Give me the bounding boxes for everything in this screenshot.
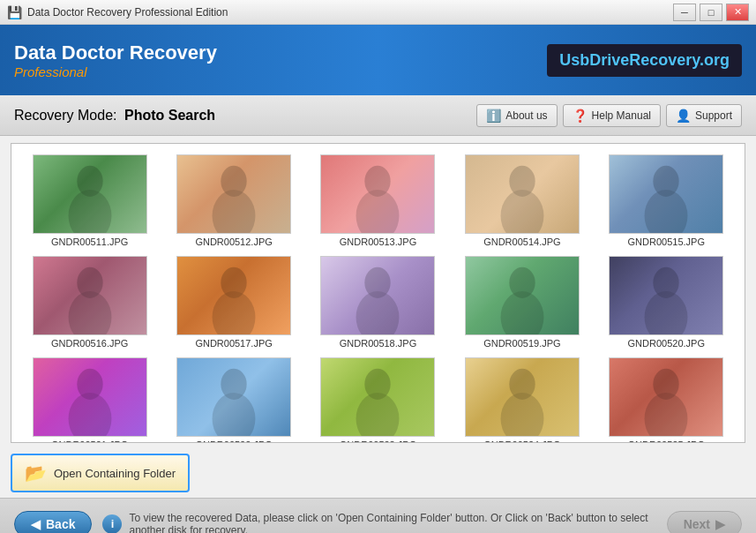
svg-point-5 (356, 190, 400, 233)
maximize-button[interactable]: □ (700, 4, 722, 21)
back-label: Back (46, 517, 75, 531)
svg-point-13 (213, 291, 256, 334)
footer: ◀ Back i To view the recovered Data, ple… (0, 498, 756, 533)
photo-thumbnail (609, 256, 723, 335)
help-label: Help Manual (592, 109, 651, 122)
next-arrow-icon: ▶ (715, 517, 725, 531)
open-folder-button[interactable]: 📂 Open Containing Folder (11, 454, 190, 492)
titlebar-controls: ─ □ ✕ (673, 4, 749, 21)
photo-item[interactable]: GNDR00517.JPG (166, 256, 301, 349)
info-circle-icon: i (102, 514, 122, 534)
open-folder-label: Open Containing Folder (54, 467, 176, 480)
photo-label: GNDR00516.JPG (51, 338, 128, 349)
photo-label: GNDR00519.JPG (483, 338, 560, 349)
photo-label: GNDR00515.JPG (628, 236, 705, 247)
mode-value: Photo Search (124, 108, 215, 123)
photo-thumbnail (176, 357, 291, 437)
app-logo: Data Doctor Recovery Professional (14, 41, 217, 79)
photo-item[interactable]: GNDR00520.JPG (599, 256, 734, 349)
app-subtitle: Professional (14, 64, 217, 79)
photo-label: GNDR00517.JPG (195, 338, 272, 349)
back-arrow-icon: ◀ (31, 517, 41, 531)
svg-point-17 (500, 291, 543, 334)
photo-thumbnail (33, 256, 147, 335)
toolbar: Recovery Mode: Photo Search ℹ️ About us … (0, 95, 756, 136)
about-button[interactable]: ℹ️ About us (476, 104, 557, 127)
footer-info-text: To view the recovered Data, please click… (129, 512, 655, 534)
photo-thumbnail (465, 357, 580, 437)
photo-item[interactable]: GNDR00515.JPG (599, 154, 734, 247)
photo-item[interactable]: GNDR00525.JPG (599, 357, 734, 443)
action-bar: 📂 Open Containing Folder (0, 450, 756, 498)
app-icon: 💾 (7, 5, 22, 19)
svg-point-1 (68, 190, 111, 233)
photo-thumbnail (465, 154, 580, 234)
photo-thumbnail (33, 357, 147, 437)
svg-point-7 (500, 190, 543, 233)
photo-item[interactable]: GNDR00518.JPG (311, 256, 445, 349)
brand-badge: UsbDriveRecovery.org (547, 44, 742, 77)
photo-content-area[interactable]: GNDR00511.JPG GNDR00512.JPG GNDR00513.JP… (11, 143, 745, 443)
photo-label: GNDR00521.JPG (51, 439, 128, 443)
brand-text: UsbDriveRecovery.org (559, 51, 730, 69)
photo-thumbnail (320, 357, 435, 437)
photo-thumbnail (176, 154, 291, 234)
photo-item[interactable]: GNDR00513.JPG (311, 154, 445, 247)
svg-point-19 (645, 291, 688, 334)
svg-point-3 (213, 190, 256, 233)
footer-info: i To view the recovered Data, please cli… (102, 512, 655, 534)
photo-item[interactable]: GNDR00512.JPG (166, 154, 301, 247)
svg-point-11 (68, 291, 111, 334)
photo-label: GNDR00520.JPG (628, 338, 705, 349)
photo-label: GNDR00524.JPG (483, 439, 560, 443)
about-label: About us (505, 109, 547, 122)
titlebar-title: Data Doctor Recovery Professional Editio… (27, 6, 673, 19)
header: Data Doctor Recovery Professional UsbDri… (0, 25, 756, 95)
photo-item[interactable]: GNDR00523.JPG (311, 357, 445, 443)
photo-item[interactable]: GNDR00519.JPG (454, 256, 589, 349)
photo-item[interactable]: GNDR00511.JPG (22, 154, 157, 247)
photo-thumbnail (465, 256, 580, 335)
help-icon: ❓ (573, 109, 588, 123)
user-icon: 👤 (676, 109, 691, 123)
folder-icon: 📂 (25, 462, 47, 484)
help-button[interactable]: ❓ Help Manual (563, 104, 661, 127)
svg-point-27 (500, 393, 543, 436)
support-button[interactable]: 👤 Support (666, 104, 742, 127)
photo-label: GNDR00525.JPG (628, 439, 705, 443)
back-button[interactable]: ◀ Back (14, 511, 92, 534)
photo-label: GNDR00512.JPG (195, 236, 272, 247)
photo-grid: GNDR00511.JPG GNDR00512.JPG GNDR00513.JP… (22, 154, 734, 443)
svg-point-21 (68, 393, 111, 436)
photo-thumbnail (320, 256, 435, 335)
photo-item[interactable]: GNDR00521.JPG (22, 357, 157, 443)
photo-item[interactable]: GNDR00522.JPG (166, 357, 301, 443)
minimize-button[interactable]: ─ (673, 4, 696, 21)
photo-label: GNDR00514.JPG (483, 236, 560, 247)
photo-item[interactable]: GNDR00524.JPG (454, 357, 589, 443)
app-title: Data Doctor Recovery (14, 41, 217, 64)
info-icon: ℹ️ (486, 109, 501, 123)
photo-thumbnail (33, 154, 147, 234)
photo-label: GNDR00518.JPG (340, 338, 416, 349)
photo-item[interactable]: GNDR00514.JPG (454, 154, 589, 247)
svg-point-25 (356, 393, 400, 436)
svg-point-15 (356, 291, 400, 334)
mode-label: Recovery Mode: (14, 108, 117, 123)
next-label: Next (684, 517, 710, 531)
photo-label: GNDR00511.JPG (51, 236, 128, 247)
svg-point-23 (213, 393, 256, 436)
close-button[interactable]: ✕ (726, 4, 749, 21)
support-label: Support (695, 109, 732, 122)
photo-thumbnail (609, 154, 723, 234)
photo-thumbnail (176, 256, 291, 335)
svg-point-9 (645, 190, 688, 233)
photo-label: GNDR00522.JPG (195, 439, 272, 443)
toolbar-buttons: ℹ️ About us ❓ Help Manual 👤 Support (476, 104, 742, 127)
photo-thumbnail (609, 357, 723, 437)
recovery-mode: Recovery Mode: Photo Search (14, 108, 215, 124)
svg-point-29 (645, 393, 688, 436)
photo-item[interactable]: GNDR00516.JPG (22, 256, 157, 349)
next-button[interactable]: Next ▶ (667, 511, 742, 534)
photo-label: GNDR00513.JPG (340, 236, 416, 247)
